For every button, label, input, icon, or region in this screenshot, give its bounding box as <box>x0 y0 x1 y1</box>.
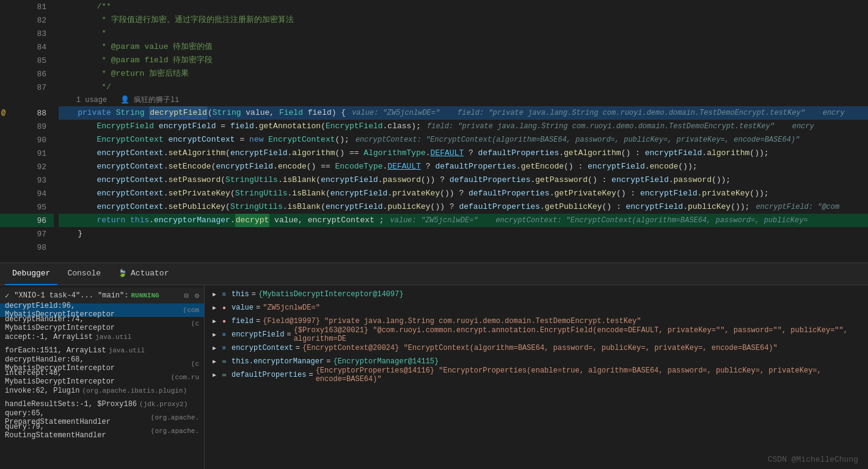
filter-icon[interactable]: ⊟ <box>184 291 189 300</box>
line-num-87: 87 <box>0 81 54 94</box>
stack-frame-2[interactable]: accept:-1, ArrayList java.util <box>0 330 204 344</box>
line-num-98: 98 <box>0 241 54 254</box>
stack-panel: ✓ "XNIO-1 task-4"... "main": RUNNING ⊟ ⚙… <box>0 285 205 469</box>
code-line-95: encryptContext . setPublicKey ( StringUt… <box>59 200 868 214</box>
console-tab-label: Console <box>67 269 101 278</box>
line-num-94: 94 <box>0 187 54 200</box>
var-icon-encryptormanager: ∞ <box>219 357 229 366</box>
line-num-93: 93 <box>0 173 54 187</box>
tab-console[interactable]: Console <box>60 263 108 285</box>
var-icon-field: ● <box>219 316 229 326</box>
code-line-91: encryptContext . setAlgorithm ( encryptF… <box>59 147 868 160</box>
line-num-97: 97 <box>0 227 54 241</box>
var-icon-encryptcontext: ≡ <box>219 343 229 353</box>
line-num-86: 86 <box>0 67 54 81</box>
line-num-92: 92 <box>0 160 54 173</box>
var-expand-encryptcontext[interactable]: ▶ <box>210 343 219 353</box>
usage-hint-row: 1 usage 👤 疯狂的狮子li <box>59 94 868 106</box>
var-encryptcontext[interactable]: ▶ ≡ encryptContext = {EncryptContext@200… <box>205 341 868 355</box>
code-line-87: */ <box>59 81 868 94</box>
debug-arrow: @ <box>1 109 5 117</box>
line-num-88: @ 88 <box>0 106 54 120</box>
thread-name: "XNIO-1 task-4"... "main": <box>14 291 128 300</box>
stack-frame-5[interactable]: intercept:48, MybatisDecryptInterceptor … <box>0 371 204 384</box>
var-expand-defaultproperties[interactable]: ▶ <box>210 370 219 380</box>
code-line-90: EncryptContext encryptContext = new Encr… <box>59 133 868 147</box>
csdn-watermark: CSDN @MichelleChung <box>768 455 858 464</box>
line-num-95: 95 <box>0 200 54 214</box>
var-expand-encryptormanager[interactable]: ▶ <box>210 357 219 366</box>
actuator-tab-label: Actuator <box>131 269 169 278</box>
debug-content: ✓ "XNIO-1 task-4"... "main": RUNNING ⊟ ⚙… <box>0 285 868 469</box>
code-lines[interactable]: /** * 字段值进行加密。通过字段的批注注册新的加密算法 * * @param… <box>54 0 868 263</box>
line-num-84: 84 <box>0 40 54 54</box>
var-value[interactable]: ▶ ● value = "ZW5jcnlwDE=" <box>205 301 868 314</box>
thread-expand-icon[interactable]: ✓ <box>5 291 9 300</box>
line-num-82: 82 <box>0 13 54 27</box>
code-line-94: encryptContext . setPrivateKey ( StringU… <box>59 187 868 200</box>
code-editor: 81 82 83 84 85 86 87 @ 88 89 90 91 92 93… <box>0 0 868 263</box>
line-num-90: 90 <box>0 133 54 147</box>
debug-tabs: Debugger Console 🍃 Actuator <box>0 263 868 285</box>
debug-panel: Debugger Console 🍃 Actuator ✓ "XNIO-1 ta… <box>0 263 868 469</box>
var-this[interactable]: ▶ ≡ this = {MybatisDecryptInterceptor@14… <box>205 288 868 301</box>
code-line-86: * @return 加密后结果 <box>59 67 868 81</box>
var-encryptfield[interactable]: ▶ ≡ encryptField = {$Proxy163@20021} "@c… <box>205 328 868 341</box>
line-num-96: 96 <box>0 214 54 227</box>
decrypt-method-highlight: decrypt <box>235 214 270 227</box>
line-num-81: 81 <box>0 0 54 13</box>
settings-icon[interactable]: ⚙ <box>195 291 199 300</box>
variables-panel: ▶ ≡ this = {MybatisDecryptInterceptor@14… <box>205 285 868 469</box>
debugger-tab-label: Debugger <box>12 269 50 278</box>
running-badge: RUNNING <box>131 292 159 299</box>
var-expand-encryptfield[interactable]: ▶ <box>210 330 219 340</box>
code-line-92: encryptContext . setEncode ( encryptFiel… <box>59 160 868 173</box>
line-num-83: 83 <box>0 27 54 40</box>
code-line-96[interactable]: return this . encryptorManager . decrypt… <box>59 214 868 227</box>
var-icon-value: ● <box>219 303 229 313</box>
var-expand-value[interactable]: ▶ <box>210 303 219 313</box>
line-num-91: 91 <box>0 147 54 160</box>
code-line-83: * <box>59 27 868 40</box>
code-line-84: * @param value 待加密的值 <box>59 40 868 54</box>
code-line-81: /** <box>59 0 868 13</box>
code-line-97: } <box>59 227 868 241</box>
line-numbers: 81 82 83 84 85 86 87 @ 88 89 90 91 92 93… <box>0 0 54 263</box>
stack-frame-1[interactable]: decryptHandler:74, MybatisDecryptInterce… <box>0 317 204 330</box>
line-num-88-usage <box>0 94 54 106</box>
code-line-88[interactable]: private String decryptField ( String val… <box>59 106 868 120</box>
code-line-98 <box>59 241 868 254</box>
var-expand-this[interactable]: ▶ <box>210 289 219 299</box>
stack-frame-9[interactable]: query:79, RoutingStatementHandler (org.a… <box>0 424 204 438</box>
var-icon-this: ≡ <box>219 289 229 299</box>
var-icon-defaultproperties: ∞ <box>219 370 229 380</box>
var-defaultproperties[interactable]: ▶ ∞ defaultProperties = {EncryptorProper… <box>205 368 868 382</box>
actuator-icon: 🍃 <box>118 269 127 278</box>
code-line-82: * 字段值进行加密。通过字段的批注注册新的加密算法 <box>59 13 868 27</box>
var-expand-field[interactable]: ▶ <box>210 316 219 326</box>
tab-actuator[interactable]: 🍃 Actuator <box>111 263 176 285</box>
code-line-85: * @param field 待加密字段 <box>59 54 868 67</box>
stack-frame-6[interactable]: invoke:62, Plugin (org.apache.ibatis.plu… <box>0 384 204 398</box>
line-num-85: 85 <box>0 54 54 67</box>
tab-debugger[interactable]: Debugger <box>5 263 57 285</box>
line-num-89: 89 <box>0 120 54 133</box>
var-icon-encryptfield: ≡ <box>219 330 229 340</box>
method-highlight: decryptField <box>149 106 208 120</box>
code-line-89: EncryptField encryptField = field . getA… <box>59 120 868 133</box>
code-line-93: encryptContext . setPassword ( StringUti… <box>59 173 868 187</box>
